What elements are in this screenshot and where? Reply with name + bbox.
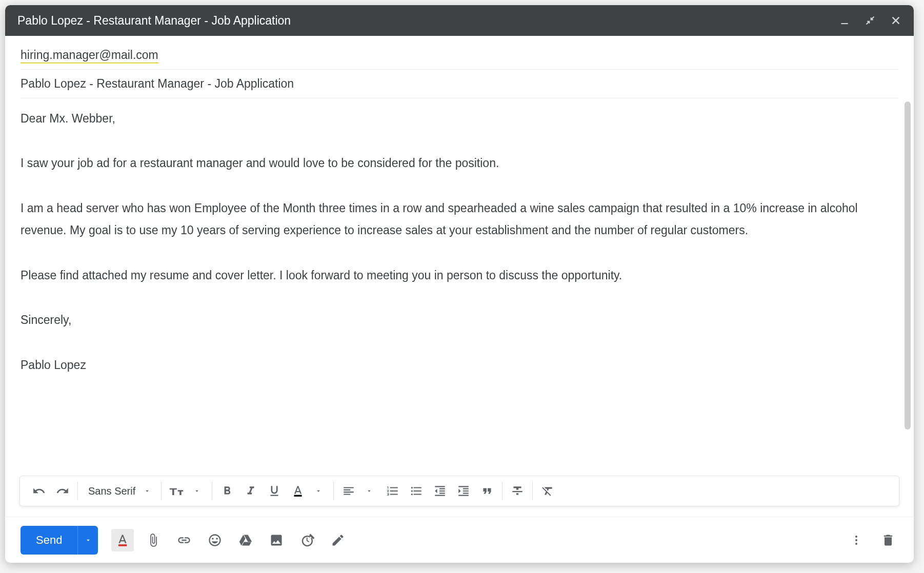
align-dropdown[interactable] (357, 480, 381, 502)
svg-point-5 (855, 543, 857, 545)
remove-formatting-button[interactable] (536, 480, 559, 502)
quote-button[interactable] (475, 480, 499, 502)
scrollbar-thumb[interactable] (905, 101, 911, 429)
italic-button[interactable] (239, 480, 263, 502)
strikethrough-button[interactable] (506, 480, 529, 502)
insert-signature-button[interactable] (327, 529, 349, 551)
toolbar-divider (333, 482, 334, 500)
font-family-label: Sans Serif (88, 485, 135, 497)
bulleted-list-button[interactable] (405, 480, 428, 502)
insert-emoji-button[interactable] (204, 529, 226, 551)
bottom-right-controls (846, 530, 898, 550)
redo-button[interactable] (51, 480, 74, 502)
font-family-select[interactable]: Sans Serif (81, 485, 158, 497)
compose-window: Pablo Lopez - Restaurant Manager - Job A… (5, 5, 914, 563)
window-titlebar: Pablo Lopez - Restaurant Manager - Job A… (5, 5, 914, 36)
indent-less-button[interactable] (428, 480, 452, 502)
toolbar-divider (532, 482, 533, 500)
toolbar-divider (77, 482, 78, 500)
toolbar-divider (161, 482, 162, 500)
toolbar-divider (212, 482, 212, 500)
subject-field[interactable]: Pablo Lopez - Restaurant Manager - Job A… (21, 70, 898, 98)
discard-draft-button[interactable] (878, 530, 898, 550)
indent-more-button[interactable] (452, 480, 475, 502)
send-options-dropdown[interactable] (77, 526, 98, 555)
svg-rect-2 (118, 544, 127, 546)
scrollbar[interactable] (905, 101, 911, 435)
send-button[interactable]: Send (21, 526, 77, 555)
send-button-group: Send (21, 526, 98, 555)
minimize-button[interactable] (839, 15, 850, 26)
body-area[interactable]: Dear Mx. Webber, I saw your job ad for a… (5, 98, 914, 476)
svg-rect-0 (841, 23, 848, 24)
insert-link-button[interactable] (173, 529, 195, 551)
svg-rect-1 (294, 495, 302, 497)
to-field[interactable]: hiring.manager@mail.com (21, 41, 898, 70)
font-size-dropdown[interactable] (185, 480, 209, 502)
popout-button[interactable] (865, 15, 876, 26)
font-size-group[interactable] (165, 480, 209, 502)
formatting-options-button[interactable] (111, 529, 134, 551)
more-options-button[interactable] (846, 530, 867, 550)
align-group[interactable] (337, 480, 381, 502)
window-controls (839, 15, 901, 26)
compose-fields: hiring.manager@mail.com Pablo Lopez - Re… (5, 36, 914, 98)
confidential-mode-button[interactable] (296, 529, 318, 551)
toolbar-divider (502, 482, 503, 500)
underline-button[interactable] (263, 480, 286, 502)
insert-photo-button[interactable] (265, 529, 288, 551)
undo-button[interactable] (27, 480, 51, 502)
svg-point-3 (855, 536, 857, 538)
window-title: Pablo Lopez - Restaurant Manager - Job A… (17, 14, 291, 28)
close-button[interactable] (890, 15, 901, 26)
recipient-chip[interactable]: hiring.manager@mail.com (21, 48, 158, 63)
bold-button[interactable] (215, 480, 239, 502)
numbered-list-button[interactable] (381, 480, 405, 502)
text-color-group[interactable] (286, 480, 330, 502)
svg-point-4 (855, 539, 857, 541)
bottom-icons (111, 529, 349, 551)
body-text[interactable]: Dear Mx. Webber, I saw your job ad for a… (21, 108, 898, 376)
formatting-toolbar: Sans Serif (19, 476, 899, 506)
bottom-bar: Send (5, 517, 914, 563)
attach-file-button[interactable] (142, 529, 165, 551)
insert-drive-button[interactable] (234, 529, 257, 551)
text-color-dropdown[interactable] (307, 480, 330, 502)
